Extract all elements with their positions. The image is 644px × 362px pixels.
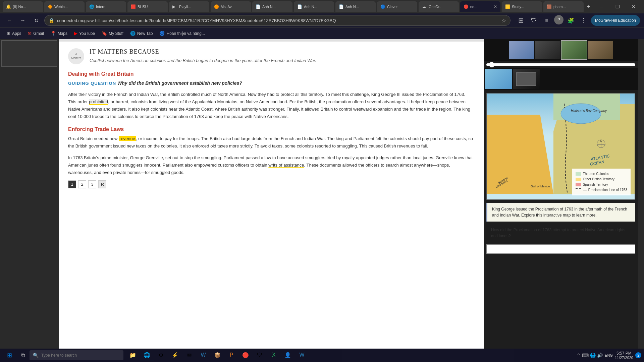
content-scroll[interactable]: ItMatters It Matters Because Conflict be… bbox=[59, 42, 484, 349]
tab-playlist[interactable]: ▶ Playli... bbox=[169, 1, 209, 12]
tab-onedrive[interactable]: ☁ OneDr... bbox=[419, 1, 459, 12]
extensions-button[interactable]: ⊞ bbox=[516, 15, 527, 26]
it-matters-section: ItMatters It Matters Because Conflict be… bbox=[68, 48, 474, 64]
mini-thumb-1[interactable] bbox=[485, 69, 512, 89]
bookmark-icon[interactable]: ☆ bbox=[501, 17, 506, 24]
taskbar-speedtest[interactable]: ⚡ bbox=[168, 349, 182, 361]
map-land-north bbox=[553, 94, 620, 120]
taskbar-powerpoint[interactable]: P bbox=[225, 349, 238, 361]
more-options-btn[interactable]: ⋮ bbox=[578, 15, 589, 26]
keyboard-icon[interactable]: ⌨ bbox=[582, 353, 589, 358]
it-matters-circle: ItMatters bbox=[68, 48, 84, 64]
tab-anh2[interactable]: 📄 Anh N... bbox=[294, 1, 334, 12]
back-button[interactable]: ← bbox=[4, 15, 15, 26]
thumb-landscape-item[interactable] bbox=[561, 41, 587, 59]
network-icon[interactable]: 🌐 bbox=[590, 353, 596, 358]
bookmark-newtab[interactable]: 🌐 New Tab bbox=[127, 29, 155, 38]
tab-notifications[interactable]: 🔔 (8) No... bbox=[3, 1, 43, 12]
thumb-artifact-item[interactable] bbox=[588, 41, 613, 59]
legend-label-british: Other British Territory bbox=[583, 177, 614, 182]
close-button[interactable]: ✕ bbox=[626, 1, 641, 12]
slider-thumb[interactable] bbox=[489, 62, 494, 67]
taskbar-word[interactable]: W bbox=[197, 349, 210, 361]
taskbar-word2[interactable]: W bbox=[295, 349, 309, 361]
slider-bar[interactable] bbox=[484, 61, 638, 68]
tab-label-11: OneDr... bbox=[429, 5, 455, 9]
taskbar-chrome[interactable]: 🔴 bbox=[239, 349, 252, 361]
thumb-map-item[interactable] bbox=[509, 41, 534, 59]
tab-bhsu[interactable]: 🟥 BHSU bbox=[127, 1, 168, 12]
clock[interactable]: 5:57 PM 11/27/2020 bbox=[615, 351, 633, 360]
minimize-button[interactable]: ─ bbox=[594, 1, 609, 12]
refresh-button[interactable]: ↻ bbox=[31, 15, 42, 26]
taskbar: ⊞ ⧉ 🔍 📁 🌐 ⚙ ⚡ ✉ W 📦 P 🔴 🛡 X 👤 W ⌃ ⌨ 🌐 🔊 … bbox=[0, 349, 644, 362]
taskbar-browser[interactable]: 🌐 bbox=[140, 349, 154, 361]
task-view-button[interactable]: ⧉ bbox=[17, 350, 28, 361]
taskbar-search[interactable]: 🔍 bbox=[30, 350, 123, 360]
tab-webinar[interactable]: 🔶 Webin... bbox=[44, 1, 85, 12]
bookmark-youtube[interactable]: ▶ YouTube bbox=[71, 29, 98, 38]
address-bar[interactable]: 🔒 ☆ bbox=[44, 15, 511, 26]
chevron-up-icon[interactable]: ⌃ bbox=[577, 353, 581, 358]
taskbar-file-explorer[interactable]: 📁 bbox=[126, 349, 140, 361]
system-tray-icons: ⌃ ⌨ 🌐 🔊 bbox=[577, 353, 603, 358]
map-legend: Thirteen Colonies Other British Territor… bbox=[572, 169, 631, 195]
lang-indicator[interactable]: ENG bbox=[605, 353, 613, 357]
bookmark-hoan-thien[interactable]: 🌀 Hoàn thiện và nâng... bbox=[157, 29, 207, 38]
tab-pham[interactable]: 🟫 pham... bbox=[543, 1, 584, 12]
forward-button[interactable]: → bbox=[17, 15, 28, 26]
tab-close-active[interactable]: ✕ bbox=[494, 4, 497, 9]
volume-icon[interactable]: 🔊 bbox=[597, 353, 603, 358]
taskbar-excel[interactable]: X bbox=[267, 349, 280, 361]
taskbar-security[interactable]: 🛡 bbox=[253, 349, 266, 361]
tab-anh1[interactable]: 📄 Anh N... bbox=[252, 1, 292, 12]
shield-icon-btn[interactable]: 🛡 bbox=[529, 15, 539, 26]
page-numbers: 1 2 3 R bbox=[68, 180, 474, 188]
avatar[interactable]: P bbox=[554, 15, 564, 24]
tab-study[interactable]: 🟨 Study... bbox=[502, 1, 542, 12]
taskbar-mail[interactable]: ✉ bbox=[182, 349, 196, 361]
taskbar-people[interactable]: 👤 bbox=[281, 349, 294, 361]
browser-chrome: 🔔 (8) No... 🔶 Webin... 🌐 Intern... 🟥 BHS… bbox=[0, 0, 644, 39]
bookmark-youtube-label: YouTube bbox=[79, 31, 95, 36]
start-button[interactable]: ⊞ bbox=[3, 349, 16, 361]
map-caption-text: King George issued the Proclamation of 1… bbox=[492, 207, 627, 218]
legend-item-proclamation: ---- Proclamation Line of 1763 bbox=[576, 187, 627, 193]
page-num-3[interactable]: 3 bbox=[88, 180, 96, 188]
tab-favicon-13: 🟨 bbox=[505, 4, 510, 9]
update-button[interactable]: McGraw-Hill Education bbox=[591, 15, 640, 26]
tab-internet[interactable]: 🌐 Intern... bbox=[86, 1, 126, 12]
new-tab-button[interactable]: + bbox=[585, 2, 592, 11]
tab-anh3[interactable]: 📄 Anh N... bbox=[335, 1, 376, 12]
bookmark-gmail-label: Gmail bbox=[33, 31, 44, 36]
page-num-2[interactable]: 2 bbox=[78, 180, 86, 188]
legend-color-british bbox=[576, 178, 581, 181]
restore-button[interactable]: ❐ bbox=[610, 1, 625, 12]
slider-track[interactable] bbox=[486, 63, 635, 66]
search-input[interactable] bbox=[41, 353, 108, 358]
tab-ms-av[interactable]: 🟠 Ms. Av... bbox=[211, 1, 251, 12]
thumb-portrait-item[interactable] bbox=[535, 41, 560, 59]
taskbar-settings[interactable]: ⚙ bbox=[154, 349, 168, 361]
page-num-r[interactable]: R bbox=[98, 180, 106, 188]
bookmark-maps[interactable]: 📍 Maps bbox=[48, 29, 70, 38]
main-map[interactable]: Hudson's Bay Company ATLANTIC OCEAN Span… bbox=[486, 93, 635, 200]
bookmark-apps[interactable]: ⊞ Apps bbox=[4, 29, 24, 38]
bookmark-mystuff[interactable]: 🔖 My Stuff bbox=[99, 29, 126, 38]
bookmark-gmail[interactable]: ✉ Gmail bbox=[25, 29, 46, 38]
mini-thumb-2[interactable] bbox=[513, 69, 540, 89]
notification-badge[interactable]: 2 bbox=[635, 352, 641, 358]
taskbar-dropbox[interactable]: 📦 bbox=[211, 349, 224, 361]
page-num-1[interactable]: 1 bbox=[68, 180, 76, 188]
url-input[interactable] bbox=[57, 18, 499, 23]
tab-favicon-4: 🟥 bbox=[131, 4, 136, 9]
profile-icon-btn[interactable]: ≡ bbox=[541, 15, 552, 26]
answer-input-area[interactable] bbox=[486, 244, 635, 254]
tab-mcgrawhill[interactable]: 🔴 ne... ✕ bbox=[460, 1, 500, 12]
extension-puzzle-btn[interactable]: 🧩 bbox=[566, 15, 576, 26]
guiding-label: Guiding Question bbox=[68, 81, 116, 86]
tab-label-7: Anh N... bbox=[262, 5, 289, 9]
legend-color-proclamation bbox=[576, 188, 581, 192]
tab-clever[interactable]: 🔵 Clever bbox=[377, 1, 417, 12]
date-display: 11/27/2020 bbox=[615, 356, 633, 360]
